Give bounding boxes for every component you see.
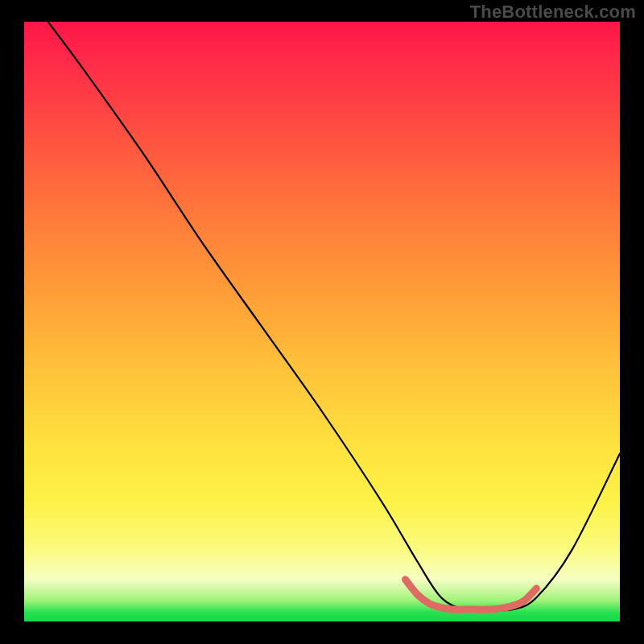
bottleneck-curve — [48, 22, 620, 610]
watermark-text: TheBottleneck.com — [470, 2, 636, 23]
trough-highlight — [406, 580, 537, 609]
plot-area — [24, 22, 620, 621]
chart-frame: TheBottleneck.com — [0, 0, 644, 644]
chart-svg — [24, 22, 620, 621]
